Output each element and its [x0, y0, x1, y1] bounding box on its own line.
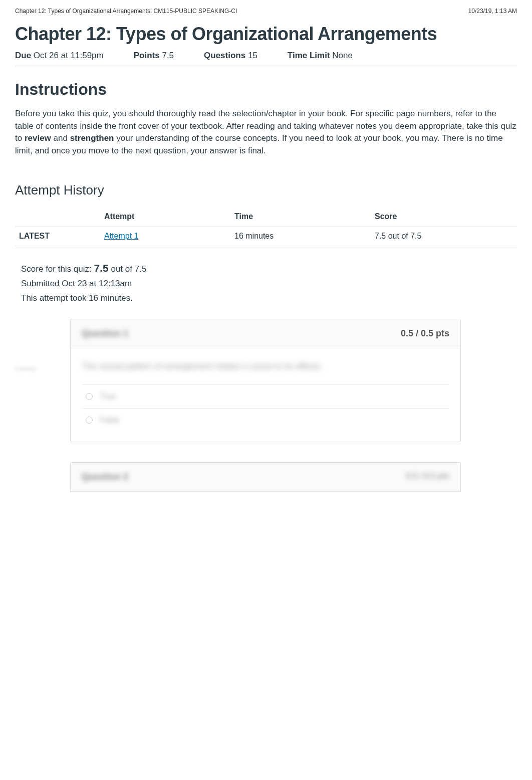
answer-false: False — [100, 416, 119, 425]
submitted-line: Submitted Oct 23 at 12:13am — [21, 277, 517, 291]
radio-icon — [86, 417, 93, 424]
instructions-strengthen: strengthen — [70, 133, 114, 143]
correct-label: Correct — [15, 365, 37, 372]
instructions-body: Before you take this quiz, you should th… — [15, 108, 517, 157]
question-1-points: 0.5 / 0.5 pts — [401, 328, 449, 339]
questions-label: Questions — [204, 51, 245, 60]
attempt-time: 16 minutes — [230, 227, 371, 246]
attempt-score: 7.5 out of 7.5 — [371, 227, 517, 246]
meta-points: Points 7.5 — [134, 51, 174, 61]
timelimit-value: None — [332, 51, 353, 60]
page-title: Chapter 12: Types of Organizational Arra… — [15, 24, 517, 45]
latest-label: LATEST — [15, 227, 100, 246]
attempt-history-table: Attempt Time Score LATEST Attempt 1 16 m… — [15, 207, 517, 246]
table-header: Attempt Time Score — [15, 207, 517, 227]
score-line1: Score for this quiz: 7.5 out of 7.5 — [21, 259, 517, 277]
question-1-title: Question 1 — [82, 328, 128, 339]
meta-questions: Questions 15 — [204, 51, 257, 61]
answer-row-false: False — [82, 408, 449, 432]
instructions-mid: and — [51, 133, 70, 143]
score-value: 7.5 — [94, 262, 109, 274]
breadcrumb: Chapter 12: Types of Organizational Arra… — [15, 8, 237, 15]
question-card-1: Question 1 0.5 / 0.5 pts The causal patt… — [70, 319, 461, 442]
score-summary: Score for this quiz: 7.5 out of 7.5 Subm… — [21, 259, 517, 306]
question-1-body: The causal pattern of arrangement relate… — [82, 361, 449, 371]
question-side-label: Correct — [15, 319, 70, 442]
score-pre: Score for this quiz: — [21, 264, 94, 274]
attempt-link[interactable]: Attempt 1 — [104, 232, 138, 240]
table-row: LATEST Attempt 1 16 minutes 7.5 out of 7… — [15, 227, 517, 246]
quiz-meta: Due Oct 26 at 11:59pm Points 7.5 Questio… — [15, 51, 517, 66]
question-2-points: 0.5 / 0.5 pts — [406, 472, 449, 482]
instructions-heading: Instructions — [15, 80, 517, 99]
answer-true: True — [100, 392, 116, 401]
due-label: Due — [15, 51, 31, 60]
points-value: 7.5 — [162, 51, 174, 60]
header-attempt: Attempt — [100, 207, 230, 226]
duration-line: This attempt took 16 minutes. — [21, 291, 517, 306]
question-2-title: Question 2 — [82, 472, 128, 482]
score-post: out of 7.5 — [109, 264, 147, 274]
due-value: Oct 26 at 11:59pm — [34, 51, 104, 60]
attempt-history-heading: Attempt History — [15, 182, 517, 198]
questions-value: 15 — [248, 51, 257, 60]
header-blank — [15, 207, 100, 226]
meta-due: Due Oct 26 at 11:59pm — [15, 51, 104, 61]
page-timestamp: 10/23/19, 1:13 AM — [468, 8, 517, 15]
points-label: Points — [134, 51, 160, 60]
timelimit-label: Time Limit — [288, 51, 330, 60]
header-time: Time — [230, 207, 371, 226]
header-score: Score — [371, 207, 517, 226]
radio-icon — [86, 393, 93, 400]
meta-timelimit: Time Limit None — [288, 51, 353, 61]
instructions-review: review — [25, 133, 51, 143]
question-card-2: Question 2 0.5 / 0.5 pts — [70, 462, 461, 492]
answer-row-true: True — [82, 384, 449, 408]
